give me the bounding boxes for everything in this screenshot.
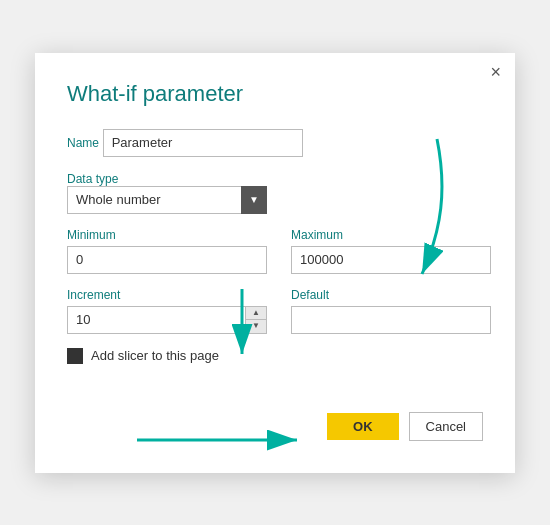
minimum-section: Minimum xyxy=(67,228,267,274)
default-input[interactable] xyxy=(291,306,491,334)
increment-section: Increment ▲ ▼ xyxy=(67,288,267,334)
form-area: Name Data type Whole number Decimal numb… xyxy=(67,129,483,364)
datatype-label: Data type xyxy=(67,172,118,186)
name-input[interactable] xyxy=(103,129,303,157)
footer-buttons: OK Cancel xyxy=(67,412,483,441)
maximum-label: Maximum xyxy=(291,228,491,242)
spinner-down-button[interactable]: ▼ xyxy=(246,319,266,333)
minimum-label: Minimum xyxy=(67,228,267,242)
spinner-buttons: ▲ ▼ xyxy=(245,306,267,334)
increment-wrapper: ▲ ▼ xyxy=(67,306,267,334)
minimum-input[interactable] xyxy=(67,246,267,274)
increment-input[interactable] xyxy=(67,306,267,334)
default-label: Default xyxy=(291,288,491,302)
slicer-checkbox[interactable] xyxy=(67,348,83,364)
default-section: Default xyxy=(291,288,491,334)
datatype-section: Data type Whole number Decimal number Fi… xyxy=(67,171,483,214)
dialog-title: What-if parameter xyxy=(67,81,483,107)
name-label: Name xyxy=(67,136,99,150)
ok-button[interactable]: OK xyxy=(327,413,399,440)
spinner-up-button[interactable]: ▲ xyxy=(246,307,266,320)
name-section: Name xyxy=(67,129,483,157)
close-button[interactable]: × xyxy=(490,63,501,81)
maximum-section: Maximum xyxy=(291,228,491,274)
slicer-row: Add slicer to this page xyxy=(67,348,483,364)
datatype-select[interactable]: Whole number Decimal number Fixed decima… xyxy=(67,186,267,214)
slicer-label: Add slicer to this page xyxy=(91,348,219,363)
increment-label: Increment xyxy=(67,288,267,302)
datatype-select-wrapper: Whole number Decimal number Fixed decima… xyxy=(67,186,267,214)
min-max-row: Minimum Maximum xyxy=(67,228,483,274)
cancel-button[interactable]: Cancel xyxy=(409,412,483,441)
what-if-dialog: × What-if parameter Name Data type Whole… xyxy=(35,53,515,473)
footer-area: OK Cancel xyxy=(67,412,483,441)
increment-default-row: Increment ▲ ▼ Default xyxy=(67,288,483,334)
maximum-input[interactable] xyxy=(291,246,491,274)
